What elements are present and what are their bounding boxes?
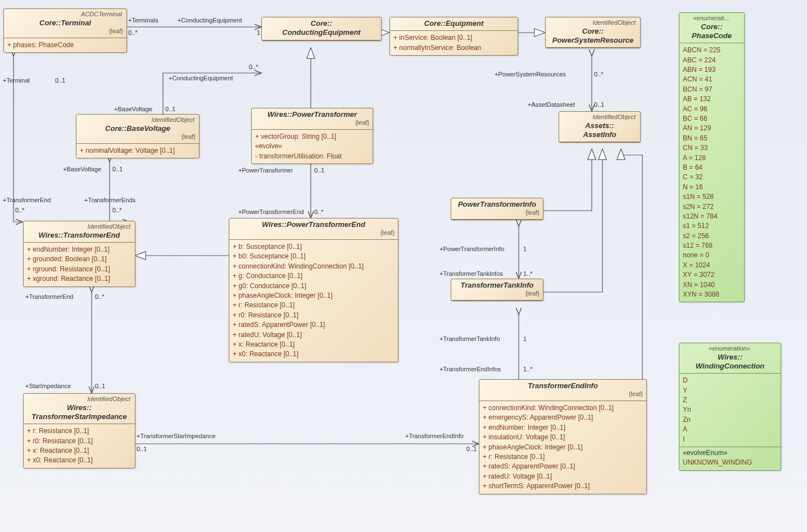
attribute: UNKNOWN_WINDING (683, 458, 777, 467)
attribute: - transformerUtilisation: Float (255, 152, 369, 161)
attribute: C = 32 (683, 172, 741, 182)
attribute: «evolve» (255, 142, 369, 151)
class-transformertankinfo: TransformerTankInfo {leaf} (451, 279, 543, 301)
role-star-tei: +TransformerStarImpedance (137, 433, 216, 439)
attribute: + ratedU: Voltage [0..1] (233, 330, 395, 340)
role-tei-star: +TransformerEndInfo (405, 433, 464, 439)
mult-basevoltage-ce: 0..1 (165, 106, 175, 112)
gen-pti-asset (542, 149, 592, 211)
class-title: Core::Terminal (7, 19, 123, 28)
attribute: B = 64 (683, 163, 741, 172)
mult-pte: 0..* (314, 208, 324, 215)
mult-te-from-terminal: 0..* (15, 207, 25, 213)
stereotype: ACDCTerminal (7, 11, 123, 19)
enum-phasecode: «enumerati... Core:: PhaseCode ABCN = 22… (679, 12, 745, 302)
attribute: + x0: Reactance [0..1] (27, 456, 132, 465)
stereotype: «enumeration» (683, 345, 777, 353)
attribute: + insulationU: Voltage [0..1] (483, 433, 643, 442)
attribute: + r: Resistance [0..1] (27, 426, 132, 436)
stereotype: IdentifiedObject (80, 116, 196, 124)
attr-list: + nominalVoltage: Voltage [0..1] (76, 144, 199, 158)
attribute: s1 = 512 (683, 221, 741, 231)
attribute: + x: Reactance [0..1] (233, 340, 395, 349)
stereotype: IdentifiedObject (27, 395, 132, 403)
attribute: + g: Conductance [0..1] (233, 271, 395, 281)
class-constraint: {leaf} (483, 390, 643, 398)
attr-list: + phases: PhaseCode (4, 38, 126, 52)
attribute: + ratedS: ApparentPower [0..1] (483, 462, 643, 471)
attr-list: + connectionKind: WindingConnection [0..… (479, 401, 646, 494)
attribute: ABN = 193 (683, 65, 741, 75)
attribute: + x0: Reactance [0..1] (233, 349, 395, 359)
attribute: + x: Reactance [0..1] (27, 446, 132, 456)
attribute: + vectorGroup: String [0..1] (255, 132, 369, 142)
attribute: BN = 65 (683, 134, 741, 143)
attribute: s12N = 784 (683, 212, 741, 221)
enum-literals: ABCN = 225ABC = 224ABN = 193ACN = 41BCN … (679, 43, 744, 302)
role-te-star: +TransformerEnd (25, 293, 74, 300)
attribute: none = 0 (683, 251, 741, 260)
attribute: s2 = 256 (683, 231, 741, 241)
class-assetinfo: IdentifiedObject Assets:: AssetInfo (559, 111, 641, 143)
attribute: + emergencyS: ApparentPower [0..1] (483, 413, 643, 422)
role-tes-from-basevoltage: +TransformerEnds (84, 197, 135, 203)
role-te-from-terminal: +TransformerEnd (3, 197, 51, 203)
attribute: ABC = 224 (683, 56, 741, 65)
mult-tei-star: 0..1 (466, 445, 477, 452)
role-psr: +PowerSystemResources (495, 71, 566, 78)
role-teis: +TransformerEndInfos (439, 366, 501, 372)
attribute: + endNumber: Integer [0..1] (483, 423, 643, 433)
role-ttis: +TransformerTankInfos (439, 270, 503, 277)
mult-tti: 1 (523, 335, 527, 342)
attribute: + b: Susceptance [0..1] (233, 242, 395, 252)
class-constraint: {leaf} (455, 209, 539, 217)
attribute: + ratedU: Voltage [0..1] (483, 472, 643, 481)
attribute: + b0: Susceptance [0..1] (233, 252, 395, 261)
role-ce-from-terminal: +ConductingEquipment (178, 17, 242, 24)
class-transformerend: IdentifiedObject Wires::TransformerEnd +… (23, 221, 135, 287)
attribute: ACN = 41 (683, 75, 741, 84)
attribute: CN = 33 (683, 143, 741, 153)
attribute: + normallyInService: Boolean (393, 43, 514, 53)
role-ce-from-basevoltage: +ConductingEquipment (169, 75, 233, 81)
mult-ce-from-basevoltage: 0..* (249, 63, 259, 70)
mult-pt: 0..1 (314, 167, 324, 174)
role-pt: +PowerTransformer (238, 167, 293, 174)
attribute: s12 = 768 (683, 241, 741, 251)
attr-list: + vectorGroup: String [0..1]«evolve»- tr… (252, 130, 373, 163)
stereotype: IdentifiedObject (549, 19, 637, 27)
attribute: + r: Resistance [0..1] (483, 452, 643, 462)
mult-star: 0..1 (95, 383, 105, 389)
attribute: BCN = 97 (683, 85, 741, 94)
stereotype: «enumerati... (683, 15, 741, 22)
role-basevoltage-te: +BaseVoltage (63, 166, 101, 172)
role-assetdatasheet: +AssetDatasheet (528, 101, 575, 108)
attribute: + connectionKind: WindingConnection [0..… (483, 403, 643, 413)
attribute: + g0: Conductance [0..1] (233, 281, 395, 291)
attribute: + phaseAngleClock: Integer [0..1] (483, 443, 643, 452)
class-title: TransformerTankInfo (455, 281, 539, 290)
mult-ttis: 1..* (523, 270, 533, 277)
attr-list: + b: Susceptance [0..1]+ b0: Susceptance… (229, 240, 398, 362)
class-terminal: ACDCTerminal Core::Terminal {leaf} + pha… (3, 8, 127, 53)
attribute: + shortTermS: ApparentPower [0..1] (483, 481, 643, 491)
class-title: Core::Equipment (393, 19, 514, 28)
attribute: + r: Resistance [0..1] (233, 301, 395, 310)
mult-ce-from-terminal: 1 (257, 29, 260, 36)
attribute: AC = 96 (683, 104, 741, 114)
attribute: + r0: Resistance [0..1] (233, 311, 395, 320)
role-terminal-te: +Terminal (3, 77, 30, 84)
class-starimpedance: IdentifiedObject Wires:: TransformerStar… (23, 393, 135, 469)
class-powertransformerinfo: PowerTransformerInfo {leaf} (451, 198, 543, 220)
class-basevoltage: IdentifiedObject Core::BaseVoltage {leaf… (76, 114, 200, 158)
class-title: Core:: ConductingEquipment (265, 19, 378, 38)
attribute: A = 128 (683, 153, 741, 163)
attribute: Zn (683, 415, 777, 425)
class-title: Core:: PhaseCode (683, 22, 741, 41)
role-tti: +TransformerTankInfo (439, 335, 500, 342)
uml-diagram-canvas: +Terminals 0..* +ConductingEquipment 1 +… (0, 0, 807, 532)
role-terminals: +Terminals (128, 17, 158, 24)
role-pti: +PowerTransformerInfo (439, 245, 504, 252)
attribute: Yn (683, 405, 777, 415)
attribute: + ratedS: ApparentPower [0..1] (233, 320, 395, 330)
